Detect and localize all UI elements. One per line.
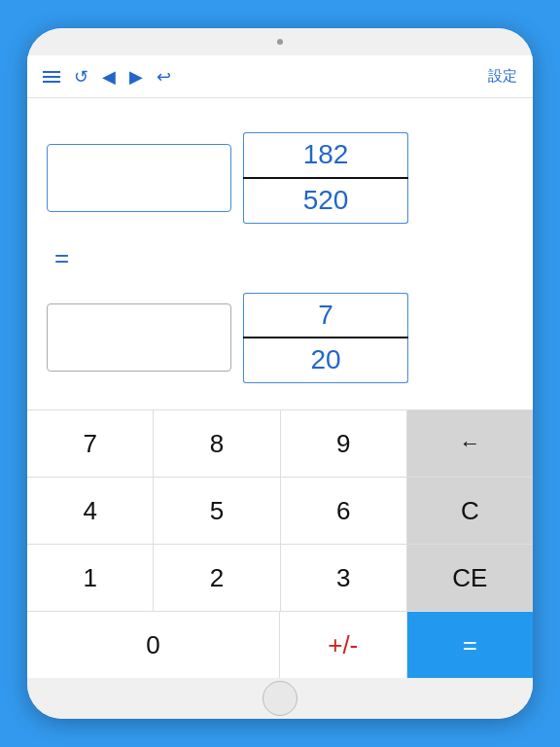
toolbar-left: ↺ ◀ ▶ ↩ [43,66,472,88]
key-plus-minus[interactable]: +/- [280,612,407,678]
device-bottom [27,678,533,719]
forward-button[interactable]: ▶ [129,66,143,88]
key-backspace[interactable]: ← [407,410,533,477]
result-denominator-display: 20 [243,338,408,382]
device-frame: ↺ ◀ ▶ ↩ 設定 182 [27,28,533,719]
key-7[interactable]: 7 [27,410,154,477]
fraction-display-result: 7 20 [243,293,408,383]
key-row-4: 0 +/- = [27,612,533,678]
display-area: 182 520 = 7 20 [27,98,533,409]
settings-button[interactable]: 設定 [488,67,517,86]
key-1[interactable]: 1 [27,545,154,611]
toolbar: ↺ ◀ ▶ ↩ 設定 [27,55,533,98]
key-row-3: 1 2 3 CE [27,545,533,612]
key-9[interactable]: 9 [281,410,407,477]
fraction-display-1: 182 520 [243,132,408,223]
refresh-button[interactable]: ↺ [74,66,88,88]
equals-symbol: = [54,243,69,273]
key-row-1: 7 8 9 ← [27,410,533,478]
key-6[interactable]: 6 [281,478,407,544]
input-fraction-row: 182 520 [47,132,513,223]
key-4[interactable]: 4 [27,478,154,544]
keypad: 7 8 9 ← 4 5 6 C 1 2 3 CE 0 +/- [27,409,533,678]
undo-icon: ↩ [157,66,171,88]
back-button[interactable]: ◀ [102,66,116,88]
forward-icon: ▶ [129,66,143,88]
key-clear-entry[interactable]: CE [407,545,533,611]
input-box-1[interactable] [47,144,231,212]
equals-row: = [47,243,513,273]
key-equals[interactable]: = [407,612,534,678]
result-fraction-row: 7 20 [47,293,513,383]
key-0[interactable]: 0 [27,612,280,678]
input-box-2[interactable] [47,303,231,372]
denominator-display: 520 [243,179,408,223]
screen: ↺ ◀ ▶ ↩ 設定 182 [27,55,533,678]
key-3[interactable]: 3 [281,545,407,611]
key-8[interactable]: 8 [154,410,280,477]
home-button[interactable] [262,681,298,716]
result-numerator-display: 7 [243,293,408,337]
refresh-icon: ↺ [74,66,88,88]
key-clear[interactable]: C [407,478,533,544]
key-row-2: 4 5 6 C [27,478,533,545]
numerator-display: 182 [243,132,408,176]
camera-dot [277,39,283,45]
menu-button[interactable] [43,71,60,83]
undo-button[interactable]: ↩ [157,66,171,88]
key-5[interactable]: 5 [154,478,280,544]
back-icon: ◀ [102,66,116,88]
device-top [27,28,533,55]
hamburger-icon [43,71,60,83]
key-2[interactable]: 2 [154,545,280,611]
